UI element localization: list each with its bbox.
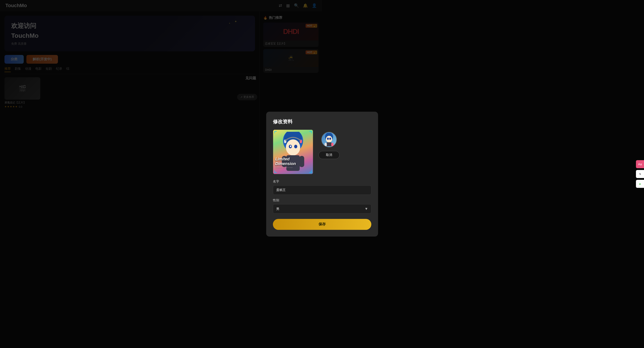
crop-corner-tr — [309, 131, 312, 133]
svg-point-4 — [294, 145, 297, 148]
cancel-button[interactable]: 取消 — [318, 151, 322, 159]
svg-point-2 — [286, 139, 300, 156]
cover-upload[interactable]: LimitedDimension リミテッド・ディメンション — [273, 130, 313, 174]
crop-corner-tl — [274, 131, 277, 133]
modal-title: 修改资料 — [273, 118, 322, 125]
crop-corner-bl — [274, 171, 277, 173]
avatar-circle — [321, 132, 322, 148]
modal-overlay[interactable]: 修改资料 — [0, 0, 322, 174]
avatar-section: LimitedDimension リミテッド・ディメンション — [273, 130, 322, 174]
svg-rect-10 — [299, 156, 304, 167]
svg-point-5 — [290, 145, 291, 147]
cover-title-text: LimitedDimension — [275, 157, 296, 166]
avatar-right: 取消 — [318, 130, 322, 159]
cover-overlay: LimitedDimension リミテッド・ディメンション — [275, 157, 296, 169]
edit-profile-modal: 修改资料 — [266, 112, 322, 174]
crop-corner-br — [309, 171, 312, 173]
cover-subtitle-text: リミテッド・ディメンション — [275, 167, 296, 169]
cover-image: LimitedDimension リミテッド・ディメンション — [273, 130, 313, 174]
